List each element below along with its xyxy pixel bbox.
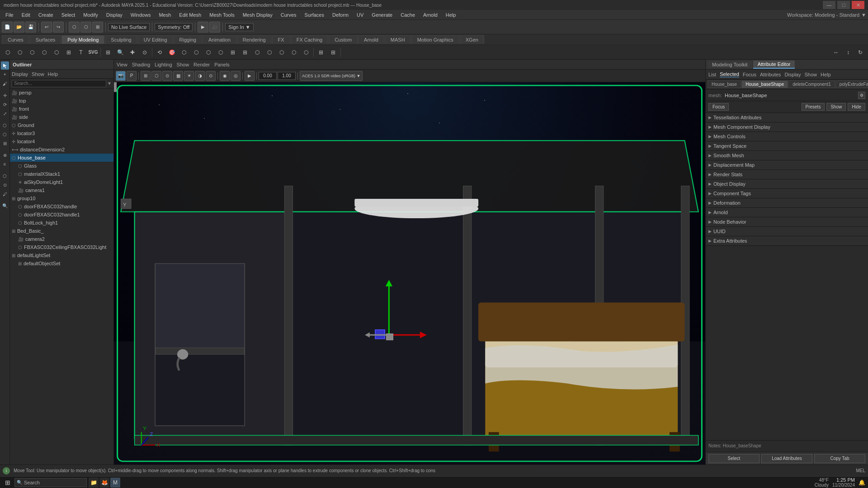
shelf-icon-2[interactable]: ⬡ <box>14 47 26 58</box>
start-button[interactable]: ⊞ <box>3 478 13 488</box>
node-tab-house-base[interactable]: House_base <box>708 80 741 88</box>
undo-btn[interactable]: ↩ <box>41 22 52 33</box>
shelf-icon-20[interactable]: ⊞ <box>239 47 251 58</box>
menu-item-curves[interactable]: Curves <box>277 11 300 19</box>
outliner-search-input[interactable] <box>12 80 106 87</box>
shelf-icon-22[interactable]: ⬡ <box>264 47 275 58</box>
outliner-item-16[interactable]: ⬡ BoltLock_high1 <box>10 219 113 227</box>
menu-item-create[interactable]: Create <box>35 11 57 19</box>
universal-manip-btn[interactable]: ⬡ <box>1 121 9 129</box>
shelf-icon-17[interactable]: ⬡ <box>203 47 214 58</box>
module-tab-uv-editing[interactable]: UV Editing <box>138 35 173 44</box>
render-btn[interactable]: ▶ <box>198 22 208 33</box>
shelf-icon-21[interactable]: ⬡ <box>251 47 263 58</box>
node-settings-btn[interactable]: ⚙ <box>858 92 865 99</box>
outliner-item-7[interactable]: ⟷ distanceDimension2 <box>10 145 113 154</box>
menu-item-generate[interactable]: Generate <box>368 11 396 19</box>
module-tab-surfaces[interactable]: Surfaces <box>30 35 61 44</box>
shelf-icon-10[interactable]: 🔍 <box>114 47 126 58</box>
attr-section-header-4[interactable]: ▶ Smooth Mesh <box>706 151 868 160</box>
shelf-icon-1[interactable]: ⬡ <box>2 47 14 58</box>
menu-item-windows[interactable]: Windows <box>127 11 155 19</box>
no-live-surface-label[interactable]: No Live Surface <box>108 23 150 31</box>
shelf-icon-3[interactable]: ⬡ <box>26 47 38 58</box>
search-dropdown-btn[interactable]: ▼ <box>107 81 112 86</box>
file-explorer-btn[interactable]: 📁 <box>89 478 99 488</box>
outliner-item-13[interactable]: ⊞ group10 <box>10 194 113 202</box>
viewport-menu-shading[interactable]: Shading <box>132 62 150 67</box>
attr-section-header-10[interactable]: ▶ Arnold <box>706 208 868 217</box>
shelf-icon-14[interactable]: 🎯 <box>166 47 178 58</box>
viewport-menu-view[interactable]: View <box>117 62 127 67</box>
attr-section-header-3[interactable]: ▶ Tangent Space <box>706 141 868 150</box>
attr-list-tab[interactable]: List <box>708 72 716 77</box>
viewport-menu-render[interactable]: Render <box>193 62 210 67</box>
shelf-icon-6[interactable]: ⊞ <box>63 47 75 58</box>
modeling-toolkit-tab[interactable]: Modeling Toolkit <box>708 61 752 68</box>
notifications-btn[interactable]: 🔔 <box>859 479 865 486</box>
vp-ao-btn[interactable]: ⊙ <box>206 71 216 81</box>
module-tab-fx-caching[interactable]: FX Caching <box>291 35 328 44</box>
module-tab-custom[interactable]: Custom <box>329 35 358 44</box>
vp-lighting-btn[interactable]: ☀ <box>184 71 194 81</box>
module-tab-poly-modeling[interactable]: Poly Modeling <box>61 35 104 44</box>
module-tab-sculpting[interactable]: Sculpting <box>105 35 137 44</box>
shelf-icon-23[interactable]: ⬡ <box>276 47 288 58</box>
menu-item-deform[interactable]: Deform <box>329 11 352 19</box>
browser-btn[interactable]: 🦊 <box>99 478 109 488</box>
attr-focus-tab[interactable]: Focus <box>743 72 756 77</box>
outliner-item-2[interactable]: 🎥 front <box>10 105 113 113</box>
sign-in-btn[interactable]: Sign In ▼ <box>225 23 253 31</box>
menu-item-edit[interactable]: Edit <box>18 11 34 19</box>
attr-section-header-12[interactable]: ▶ UUID <box>706 227 868 236</box>
shelf-icon-13[interactable]: ⟲ <box>154 47 165 58</box>
redo-btn[interactable]: ↪ <box>53 22 64 33</box>
open-scene-btn[interactable]: 📂 <box>14 22 24 33</box>
load-attributes-btn[interactable]: Load Attributes <box>761 454 812 463</box>
node-tab-house-baseshape[interactable]: House_baseShape <box>741 80 788 88</box>
vp-xray-btn[interactable]: ◎ <box>231 71 241 81</box>
new-scene-btn[interactable]: 📄 <box>2 22 13 33</box>
vp-exposure-input[interactable] <box>259 72 277 80</box>
module-tab-animation[interactable]: Animation <box>203 35 236 44</box>
outliner-item-21[interactable]: ⊞ defaultObjectSet <box>10 259 113 267</box>
show-btn[interactable]: Show <box>826 103 846 111</box>
snap-grid-btn[interactable]: ⊞ <box>92 22 103 33</box>
attr-section-header-13[interactable]: ▶ Extra Attributes <box>706 236 868 245</box>
menu-item-edit-mesh[interactable]: Edit Mesh <box>175 11 205 19</box>
presets-btn[interactable]: Presets <box>802 103 825 111</box>
ipr-btn[interactable]: 🎥 <box>209 22 220 33</box>
attribute-editor-tab[interactable]: Attribute Editor <box>753 61 795 69</box>
symmetry-label[interactable]: Symmetry: Off <box>155 23 193 31</box>
custom-polygon-display-btn[interactable]: ⬡ <box>1 172 9 180</box>
outliner-item-19[interactable]: ⬡ FBXASC032CeilingFBXASC032Light <box>10 243 113 251</box>
attr-section-header-5[interactable]: ▶ Displacement Map <box>706 160 868 169</box>
viewport-menu-lighting[interactable]: Lighting <box>155 62 172 67</box>
module-tab-arnold[interactable]: Arnold <box>358 35 384 44</box>
vp-playback-btn[interactable]: ▶ <box>245 71 255 81</box>
vp-camera-select-btn[interactable]: 📷 <box>116 71 126 81</box>
shelf-icon-11[interactable]: ✚ <box>127 47 138 58</box>
outliner-item-6[interactable]: ✛ locator4 <box>10 137 113 145</box>
menu-item-mesh-display[interactable]: Mesh Display <box>239 11 276 19</box>
menu-item-modify[interactable]: Modify <box>80 11 101 19</box>
shelf-icon-4[interactable]: ⬡ <box>38 47 50 58</box>
shelf-icon-9[interactable]: ⊞ <box>102 47 114 58</box>
menu-item-display[interactable]: Display <box>103 11 126 19</box>
attr-section-header-6[interactable]: ▶ Render Stats <box>706 170 868 179</box>
outliner-item-18[interactable]: 🎥 camera2 <box>10 235 113 243</box>
vp-shadow-btn[interactable]: ◑ <box>195 71 205 81</box>
shelf-icon-28[interactable]: ↔ <box>830 47 842 58</box>
shelf-icon-25[interactable]: ⬡ <box>300 47 312 58</box>
outliner-item-15[interactable]: ⬡ doorFBXASC032handle1 <box>10 211 113 219</box>
vp-wireframe-btn[interactable]: ⬡ <box>151 71 161 81</box>
module-tab-mash[interactable]: MASH <box>385 35 411 44</box>
lasso-tool-btn[interactable]: ⌖ <box>1 70 9 79</box>
vp-textured-btn[interactable]: ▦ <box>173 71 183 81</box>
paint-select-btn[interactable]: 🖌 <box>1 80 9 88</box>
focus-btn[interactable]: Focus <box>708 103 729 111</box>
menu-item-file[interactable]: File <box>2 11 17 19</box>
attr-section-header-7[interactable]: ▶ Object Display <box>706 179 868 188</box>
soft-mod-btn[interactable]: ⬡ <box>1 130 9 138</box>
attr-help-tab[interactable]: Help <box>821 72 831 77</box>
